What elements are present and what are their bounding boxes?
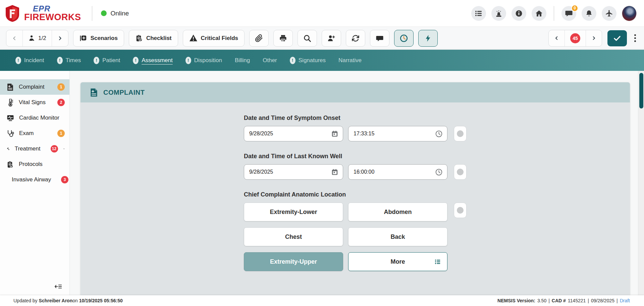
print-button[interactable]	[273, 30, 293, 47]
sidebar-item-invasive-airway[interactable]: Invasive Airway 3	[0, 172, 69, 187]
quick-actions-button[interactable]	[418, 30, 438, 47]
airplane-mode-button[interactable]	[602, 6, 616, 21]
chevron-down-icon	[63, 146, 65, 151]
vital-signs-badge: 2	[57, 99, 65, 106]
validate-save-button[interactable]	[607, 30, 627, 46]
tab-disposition[interactable]: !Disposition	[185, 55, 223, 66]
chevron-left-icon	[554, 36, 559, 41]
tab-times[interactable]: !Times	[56, 55, 82, 66]
sync-button[interactable]	[346, 30, 365, 47]
next-record-button[interactable]	[52, 30, 68, 46]
lightning-icon	[424, 34, 432, 43]
alerts-count-badge: 45	[570, 33, 580, 43]
alert-oval-icon: !	[94, 57, 99, 64]
user-avatar[interactable]	[622, 6, 637, 21]
bell-icon	[585, 9, 593, 17]
option-abdomen[interactable]: Abdomen	[348, 203, 447, 221]
avatar-image	[622, 6, 637, 21]
last-known-well-date-field[interactable]	[244, 164, 343, 180]
record-indicator[interactable]: 1/2	[22, 30, 52, 46]
alerts-count[interactable]: 45	[565, 30, 586, 46]
last-known-well-na-toggle[interactable]	[454, 164, 467, 180]
record-pager-label: 1/2	[38, 35, 46, 42]
option-chest[interactable]: Chest	[244, 227, 343, 246]
tab-patient[interactable]: !Patient	[93, 55, 121, 66]
draft-status-link[interactable]: Draft	[620, 298, 630, 303]
chat-button[interactable]: 0	[561, 6, 576, 21]
anatomic-location-na-toggle[interactable]	[454, 203, 467, 218]
sync-icon	[352, 34, 360, 42]
prev-record-button[interactable]	[6, 30, 22, 46]
comments-button[interactable]	[370, 30, 389, 47]
siren-icon	[495, 9, 503, 17]
sidebar-item-cardiac-monitor[interactable]: Cardiac Monitor	[0, 110, 69, 126]
time-tracking-button[interactable]	[394, 30, 414, 47]
symptom-onset-date-field[interactable]	[244, 126, 343, 141]
complaint-card: COMPLAINT Date and Time of Symptom Onset	[80, 82, 630, 295]
calendar-icon[interactable]	[331, 168, 338, 176]
option-extremity-lower[interactable]: Extremity-Lower	[244, 203, 343, 221]
more-options-button[interactable]	[632, 32, 638, 44]
siren-button[interactable]	[491, 6, 506, 21]
comment-icon	[376, 34, 384, 42]
symptom-onset-time-input[interactable]	[354, 131, 435, 137]
scenarios-icon	[79, 34, 87, 42]
tab-signatures[interactable]: !Signatures	[289, 55, 326, 66]
option-more[interactable]: More	[348, 252, 447, 271]
symptom-onset-time-field[interactable]	[348, 126, 447, 141]
calendar-icon[interactable]	[331, 130, 338, 137]
stethoscope-icon	[7, 130, 14, 137]
alerts-prev-button[interactable]	[549, 30, 565, 46]
scenarios-label: Scenarios	[91, 35, 118, 42]
last-known-well-label: Date and Time of Last Known Well	[244, 153, 467, 160]
checklist-button[interactable]: Checklist	[129, 30, 178, 47]
last-known-well-time-field[interactable]	[348, 164, 447, 180]
sidebar-item-complaint[interactable]: Complaint 1	[0, 79, 69, 95]
last-known-well-date-input[interactable]	[249, 169, 331, 175]
critical-fields-button[interactable]: Critical Fields	[183, 30, 245, 47]
add-patient-button[interactable]	[322, 30, 341, 47]
checklist-label: Checklist	[146, 35, 172, 42]
info-button[interactable]	[512, 6, 526, 21]
page-scrollbar-track[interactable]	[638, 71, 644, 295]
critical-fields-label: Critical Fields	[201, 35, 238, 42]
tab-other[interactable]: Other	[262, 55, 278, 66]
sidebar-item-vital-signs[interactable]: Vital Signs 2	[0, 95, 69, 110]
info-icon	[515, 9, 523, 17]
sidebar-item-treatment[interactable]: Treatment 12	[0, 141, 69, 157]
alerts-pager: 45	[548, 30, 602, 47]
notifications-button[interactable]	[582, 6, 596, 21]
option-back[interactable]: Back	[348, 227, 447, 246]
last-known-well-time-input[interactable]	[354, 169, 435, 175]
alerts-next-button[interactable]	[586, 30, 602, 46]
report-date: 09/28/2025	[591, 298, 614, 303]
list-menu-button[interactable]	[471, 6, 486, 21]
record-meta-text: NEMSIS Version: 3.50 | CAD # 1145221 | 0…	[497, 298, 630, 303]
scenarios-button[interactable]: Scenarios	[73, 30, 124, 47]
online-status-label: Online	[111, 10, 129, 17]
thermometer-icon	[7, 99, 14, 106]
page-scrollbar-thumb[interactable]	[639, 73, 643, 108]
sidebar-item-exam[interactable]: Exam 1	[0, 126, 69, 141]
attachments-button[interactable]	[249, 30, 269, 47]
patient-icon	[28, 35, 36, 42]
search-button[interactable]	[298, 30, 317, 47]
clock-icon[interactable]	[435, 168, 443, 176]
updated-datetime: 10/19/2025 05:56:50	[79, 298, 123, 303]
tab-assessment[interactable]: !Assessment	[132, 55, 173, 66]
search-icon	[303, 34, 311, 42]
clock-icon[interactable]	[435, 130, 443, 138]
airplane-icon	[605, 9, 613, 17]
sidebar-item-protocols[interactable]: Protocols	[0, 157, 69, 172]
sidebar-collapse-button[interactable]	[55, 284, 62, 289]
home-button[interactable]	[532, 6, 546, 21]
tab-incident[interactable]: !Incident	[15, 55, 45, 66]
symptom-onset-date-input[interactable]	[249, 131, 331, 137]
protocols-clipboard-icon	[7, 161, 14, 168]
updated-by-user: Schreiber Aron	[39, 298, 73, 303]
symptom-onset-na-toggle[interactable]	[454, 126, 467, 141]
tab-billing[interactable]: Billing	[234, 55, 251, 66]
connection-status: Online	[101, 10, 129, 17]
tab-narrative[interactable]: Narrative	[338, 55, 362, 66]
option-extremity-upper[interactable]: Extremity-Upper	[244, 252, 343, 271]
